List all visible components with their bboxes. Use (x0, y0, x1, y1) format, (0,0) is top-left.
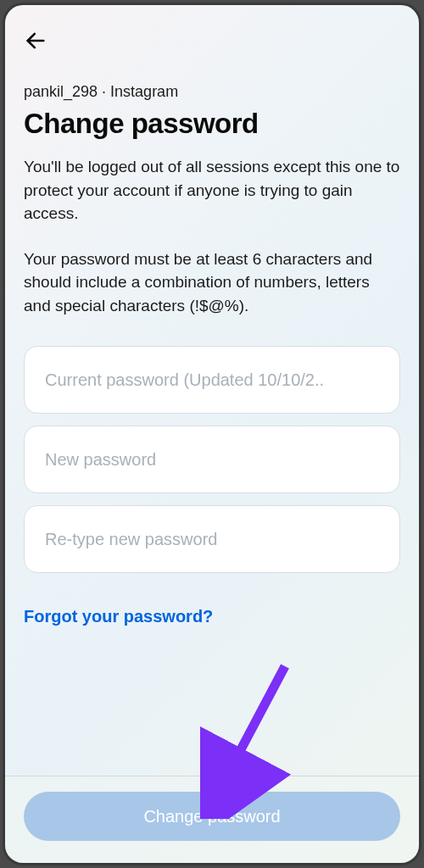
header (5, 5, 419, 63)
back-button[interactable] (24, 27, 51, 54)
arrow-left-icon (24, 29, 47, 53)
change-password-button[interactable]: Change password (24, 792, 400, 841)
content-area: pankil_298 · Instagram Change password Y… (5, 63, 419, 776)
breadcrumb-separator: · (98, 83, 110, 100)
breadcrumb-app: Instagram (110, 83, 178, 100)
session-warning-text: You'll be logged out of all sessions exc… (24, 155, 400, 225)
footer: Change password (5, 776, 419, 863)
password-requirements-text: Your password must be at least 6 charact… (24, 248, 400, 318)
app-screen: pankil_298 · Instagram Change password Y… (3, 3, 421, 865)
page-title: Change password (24, 108, 400, 140)
retype-password-field[interactable] (24, 505, 400, 573)
current-password-field[interactable] (24, 346, 400, 414)
breadcrumb-username: pankil_298 (24, 83, 98, 100)
breadcrumb: pankil_298 · Instagram (24, 83, 400, 101)
forgot-password-link[interactable]: Forgot your password? (24, 607, 400, 626)
new-password-field[interactable] (24, 426, 400, 493)
